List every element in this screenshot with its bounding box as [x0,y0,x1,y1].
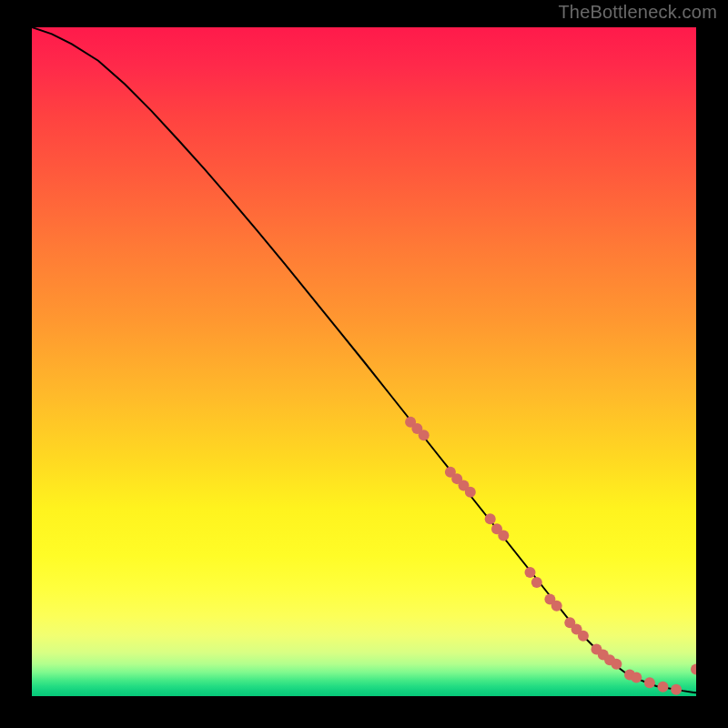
plot-background-gradient [32,27,696,696]
watermark-text: TheBottleneck.com [558,2,717,23]
chart-frame: TheBottleneck.com [0,0,728,728]
